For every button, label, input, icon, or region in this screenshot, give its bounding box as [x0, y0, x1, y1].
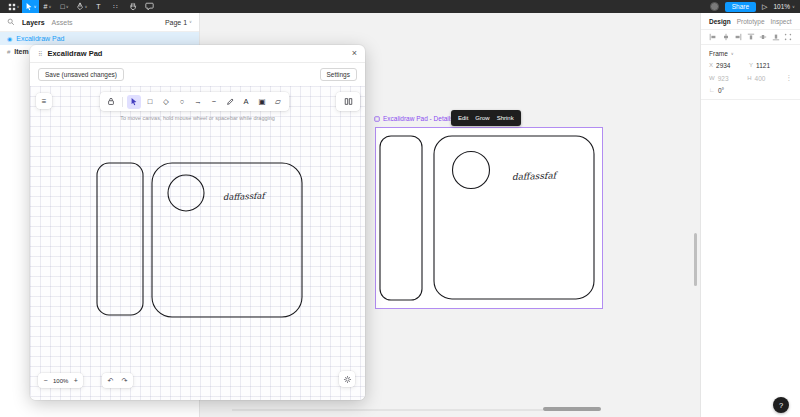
edit-button[interactable]: Edit [458, 115, 468, 121]
excalidraw-details-frame[interactable]: daffassfaf [375, 127, 603, 309]
frame-tool-button[interactable]: # ∨ [39, 0, 56, 13]
rotation-field[interactable]: ∟ 0° [709, 87, 749, 94]
chevron-down-icon: ∨ [34, 5, 37, 9]
align-bottom-icon[interactable] [772, 33, 780, 41]
modal-header[interactable]: ⠿ Excalidraw Pad × [30, 45, 365, 63]
chevron-down-icon: ∨ [189, 20, 192, 24]
align-horizontal-center-icon[interactable] [722, 33, 730, 41]
tab-prototype[interactable]: Prototype [737, 18, 765, 25]
canvas-zoom-menu[interactable]: 101% ∨ [773, 3, 795, 10]
rotation-value: 0° [718, 87, 724, 94]
search-icon[interactable] [7, 18, 15, 26]
comment-tool-button[interactable] [141, 0, 158, 13]
y-label: Y [749, 62, 753, 69]
vertical-scrollbar[interactable] [694, 233, 697, 286]
undo-button[interactable]: ↶ [106, 377, 115, 385]
excalidraw-modal: ⠿ Excalidraw Pad × Save (unsaved changes… [30, 45, 365, 400]
chevron-down-icon: ∨ [85, 5, 88, 9]
kebab-menu-icon[interactable]: ⋮ [786, 74, 793, 82]
pen-icon [76, 2, 84, 11]
canvas-settings-button[interactable] [339, 371, 355, 387]
page-selector[interactable]: Page 1 ∨ [165, 19, 192, 26]
widget-layer-icon: ◉ [7, 36, 12, 42]
frame-title[interactable]: Excalidraw Pad - Details [374, 115, 453, 122]
svg-text:daffassfaf: daffassfaf [512, 170, 559, 182]
modal-action-row: Save (unsaved changes) Settings [30, 63, 365, 86]
text-icon: T [96, 3, 100, 10]
pen-tool-button[interactable]: ∨ [73, 0, 90, 13]
svg-text:daffassfaf: daffassfaf [223, 190, 268, 202]
inspector-tabs: Design Prototype Inspect [701, 13, 800, 30]
widget-context-toolbar: Edit Grow Shrink [451, 110, 521, 126]
comment-icon [145, 2, 154, 11]
position-row: X 2934 Y 1121 [709, 62, 792, 69]
zoom-controls: − 100% + [38, 373, 83, 388]
align-top-icon[interactable] [747, 33, 755, 41]
tab-layers[interactable]: Layers [22, 19, 45, 26]
page-name: Page 1 [165, 19, 187, 26]
tab-inspect[interactable]: Inspect [771, 18, 792, 25]
h-label: H [747, 75, 751, 82]
figma-toolbar: ∨ ∨ # ∨ □ ∨ ∨ T ∷ Sh [0, 0, 800, 13]
h-value: 400 [755, 75, 766, 82]
frame-section-title: Frame [709, 50, 728, 57]
frame-layer-icon: # [7, 49, 10, 55]
figma-app-window: ∨ ∨ # ∨ □ ∨ ∨ T ∷ Sh [0, 0, 800, 417]
tab-assets[interactable]: Assets [52, 19, 73, 26]
align-vertical-center-icon[interactable] [759, 33, 767, 41]
redo-button[interactable]: ↷ [120, 377, 129, 385]
zoom-value: 101% [773, 3, 790, 10]
tidy-up-icon[interactable] [784, 33, 792, 41]
chevron-down-icon: ∨ [731, 52, 734, 56]
x-field[interactable]: X 2934 [709, 62, 749, 69]
shrink-button[interactable]: Shrink [497, 115, 514, 121]
excalidraw-drawing[interactable]: daffassfaf [30, 86, 365, 400]
layer-row-excalidraw-pad[interactable]: ◉ Excalidraw Pad [0, 32, 199, 45]
zoom-out-button[interactable]: − [41, 377, 50, 384]
horizontal-scrollbar[interactable] [543, 407, 601, 411]
resources-button[interactable]: ∷ [107, 0, 124, 13]
move-tool-button[interactable]: ∨ [22, 0, 39, 13]
horizontal-scrollbar-track [232, 409, 543, 411]
frame-title-text: Excalidraw Pad - Details [383, 115, 453, 122]
share-button[interactable]: Share [725, 2, 756, 12]
w-label: W [709, 75, 715, 82]
align-left-icon[interactable] [709, 33, 717, 41]
main-menu-icon [8, 3, 16, 11]
alignment-toolbar [701, 30, 800, 45]
rotation-icon: ∟ [709, 87, 715, 94]
hand-tool-button[interactable] [124, 0, 141, 13]
y-value: 1121 [756, 62, 770, 69]
close-icon[interactable]: × [352, 49, 357, 58]
save-button[interactable]: Save (unsaved changes) [38, 68, 124, 81]
hand-icon [129, 2, 137, 11]
x-label: X [709, 62, 713, 69]
chevron-down-icon: ∨ [17, 5, 20, 9]
align-right-icon[interactable] [734, 33, 742, 41]
width-field[interactable]: W 923 [709, 75, 747, 82]
rectangle-icon: □ [60, 3, 64, 10]
settings-button[interactable]: Settings [320, 68, 358, 81]
frame-section-header[interactable]: Frame ∨ [709, 50, 792, 57]
user-avatar[interactable] [710, 2, 719, 11]
main-menu-button[interactable]: ∨ [5, 0, 22, 13]
height-field[interactable]: H 400 [747, 75, 785, 82]
text-tool-button[interactable]: T [90, 0, 107, 13]
layer-name: Item [14, 48, 28, 55]
w-value: 923 [718, 75, 729, 82]
zoom-level[interactable]: 100% [53, 378, 68, 384]
size-row: W 923 H 400 ⋮ [709, 74, 792, 82]
excalidraw-canvas[interactable]: ≡ □ ◇ ○ → − A ▣ ▱ [30, 86, 365, 400]
y-field[interactable]: Y 1121 [749, 62, 789, 69]
present-play-icon[interactable]: ▷ [762, 3, 767, 11]
tab-design[interactable]: Design [709, 18, 731, 25]
zoom-in-button[interactable]: + [71, 377, 80, 384]
history-controls: ↶ ↷ [102, 373, 133, 388]
shape-tool-button[interactable]: □ ∨ [56, 0, 73, 13]
rotation-row: ∟ 0° [709, 87, 792, 94]
drag-handle-icon[interactable]: ⠿ [38, 50, 42, 57]
grow-button[interactable]: Grow [475, 115, 489, 121]
chevron-down-icon: ∨ [792, 5, 795, 9]
widgets-icon: ∷ [113, 3, 117, 11]
help-button[interactable]: ? [773, 397, 789, 413]
